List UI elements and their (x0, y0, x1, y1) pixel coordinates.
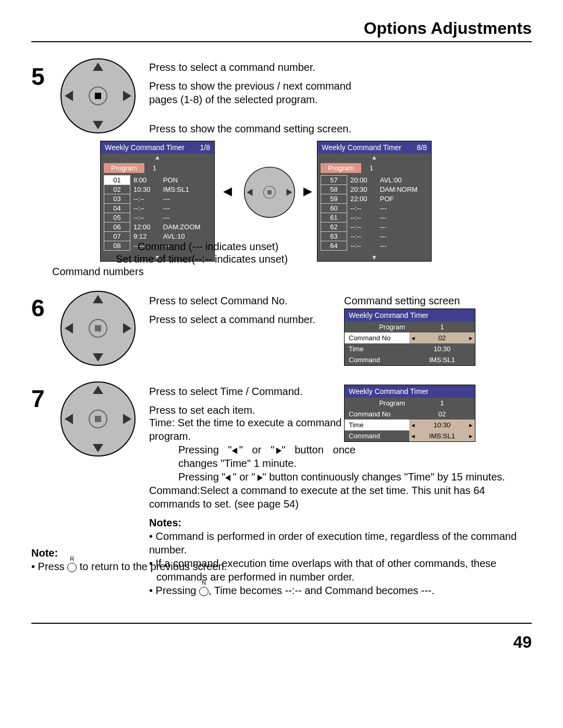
note-3a: Pressing (156, 585, 199, 596)
table-row: 64--:----- (321, 241, 428, 251)
step7-time-detail1b: " or " (239, 444, 275, 455)
arrow-right-icon[interactable] (287, 189, 292, 196)
step-5-number: 5 (31, 63, 45, 91)
table-row: 0210:30IMS:SL1 (104, 185, 211, 194)
table-row: 03--:----- (104, 194, 211, 204)
arrow-left-icon[interactable] (247, 189, 252, 196)
setting-row: Command No◂02▸ (345, 332, 475, 343)
table-row: 63--:----- (321, 232, 428, 241)
css1-program-label: Program (379, 323, 405, 331)
arrow-right-icon[interactable] (123, 91, 131, 101)
caption-settime: Set time of timer(--:-- indicates unset) (116, 252, 288, 266)
step7-time-label: Time: Set the time to execute a command … (149, 416, 342, 443)
center-button[interactable] (89, 319, 107, 338)
dpad-step6[interactable] (60, 291, 136, 366)
css2-program-label: Program (379, 399, 405, 407)
arrow-down-icon[interactable] (93, 121, 103, 129)
page-title: Options Adjustments (31, 19, 532, 38)
page-number: 49 (513, 633, 532, 652)
triangle-right-icon (276, 448, 282, 454)
dpad-step5[interactable] (60, 58, 136, 133)
r-button-icon: R (67, 563, 77, 572)
step6-line2: Press to select a command number. (149, 313, 332, 326)
wct-left-program-value: 1 (148, 163, 162, 173)
triangle-left-icon (232, 448, 237, 454)
arrow-left-icon[interactable] (65, 91, 73, 101)
table-row: 5820:30DAM:NORM (321, 185, 428, 194)
css2-program-value: 1 (409, 398, 475, 409)
center-button[interactable] (89, 87, 107, 105)
caption-command: Command (--- indicates unset) (138, 240, 278, 253)
wct-left-program-label: Program (104, 163, 144, 173)
top-rule (31, 41, 532, 42)
pager-right-label: ▶ (303, 184, 312, 198)
arrow-up-icon[interactable] (93, 63, 103, 71)
step5-line1: Press to select a command number. (149, 60, 441, 74)
note-3b: , Time becomes --:-- and Command becomes… (209, 585, 434, 596)
table-row: 5922:00POF (321, 194, 428, 204)
bottom-rule (31, 623, 532, 624)
wct-right-table: 5720:00AVL:005820:30DAM:NORM5922:00POF60… (321, 175, 428, 251)
setting-row: Time10:30 (345, 343, 475, 354)
arrow-up-icon[interactable] (93, 295, 103, 303)
step5-line3: Press to show the command setting screen… (149, 122, 441, 135)
step7-time-detail2b: " or " (232, 471, 255, 483)
dpad-step7[interactable] (60, 381, 136, 456)
step7-time-detail2a: Pressing " (178, 471, 225, 483)
step5-line2: Press to show the previous / next comman… (149, 79, 373, 106)
wct-left-title: Weekly Command Timer (105, 143, 185, 152)
step7-command-label: Command:Select a command to execute at t… (149, 484, 524, 511)
css1-title: Weekly Command Timer (349, 311, 429, 319)
table-row: 0612:00DAM:ZOOM (104, 223, 211, 232)
caption-numbers: Command numbers (52, 265, 144, 278)
center-button (263, 186, 276, 199)
arrow-up-icon[interactable] (93, 386, 103, 394)
wct-right-title: Weekly Command Timer (322, 143, 401, 152)
n-button-icon: N (199, 587, 209, 596)
step7-time-detail1a: Pressing " (178, 444, 232, 455)
command-setting-screen-1: Weekly Command Timer Program1 Command No… (344, 309, 475, 366)
triangle-left-icon (225, 475, 230, 481)
step6-heading: Command setting screen (344, 294, 460, 307)
step-6-number: 6 (31, 294, 45, 322)
weekly-command-timer-right: Weekly Command Timer8/8 ▲ Program1 5720:… (317, 141, 432, 262)
step6-line1: Press to select Command No. (149, 294, 332, 307)
table-row: 05--:----- (104, 213, 211, 223)
css2-title: Weekly Command Timer (349, 387, 429, 396)
arrow-down-icon[interactable] (93, 444, 103, 452)
css1-program-value: 1 (409, 322, 475, 332)
step-7-number: 7 (31, 385, 45, 413)
notes-heading: Notes: (149, 516, 524, 529)
wct-right-program-label: Program (321, 163, 361, 173)
arrow-down-icon[interactable] (93, 353, 103, 362)
table-row: 5720:00AVL:00 (321, 176, 428, 185)
table-row: 60--:----- (321, 204, 428, 213)
bottom-note-b: to return to the previous screen. (77, 561, 227, 572)
setting-row: CommandIMS:SL1 (345, 354, 475, 365)
pager-left-label: ◀ (223, 184, 232, 198)
dpad-pager[interactable] (244, 167, 295, 218)
step7-line1: Press to select Time / Command. (149, 385, 332, 398)
center-button[interactable] (89, 410, 107, 428)
wct-right-page: 8/8 (417, 143, 427, 152)
wct-left-page: 1/8 (200, 143, 210, 152)
wct-right-program-value: 1 (364, 163, 378, 173)
table-row: 61--:----- (321, 213, 428, 223)
arrow-left-icon[interactable] (65, 414, 73, 424)
bottom-note-a: Press (38, 561, 68, 572)
arrow-right-icon[interactable] (123, 414, 131, 424)
table-row: 62--:----- (321, 223, 428, 232)
arrow-left-icon[interactable] (65, 323, 73, 334)
step7-line2: Press to set each item. (149, 403, 332, 417)
bottom-note-heading: Note: (31, 546, 500, 560)
arrow-right-icon[interactable] (123, 323, 131, 334)
step7-time-detail2c: " button continuously changes "Time" by … (263, 471, 505, 483)
triangle-right-icon (258, 475, 263, 481)
table-row: 018:00PON (104, 176, 211, 185)
table-row: 04--:----- (104, 204, 211, 213)
